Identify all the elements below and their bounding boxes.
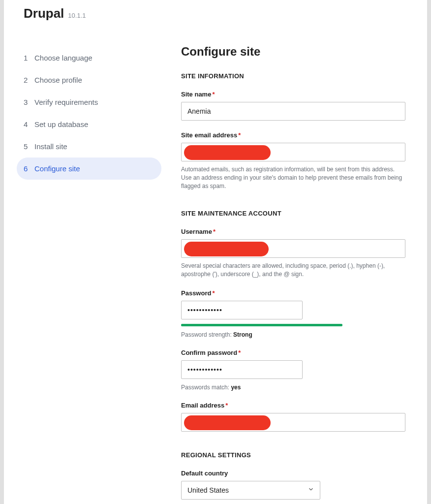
password-strength-bar bbox=[181, 324, 342, 326]
field-site-name: Site name* bbox=[181, 91, 405, 121]
required-mark: * bbox=[225, 402, 228, 409]
required-mark: * bbox=[238, 131, 241, 139]
site-name-label: Site name* bbox=[181, 91, 405, 98]
step-number: 3 bbox=[24, 98, 29, 106]
step-label: Verify requirements bbox=[34, 98, 98, 106]
step-install-site[interactable]: 5 Install site bbox=[17, 135, 161, 158]
main-content: Configure site SITE INFORMATION Site nam… bbox=[181, 45, 407, 504]
password-strength-text: Password strength: Strong bbox=[181, 331, 405, 338]
step-choose-language[interactable]: 1 Choose language bbox=[17, 47, 161, 69]
version-label: 10.1.1 bbox=[68, 12, 86, 19]
section-maintenance-account: SITE MAINTENANCE ACCOUNT bbox=[181, 210, 405, 217]
redacted-value bbox=[184, 145, 271, 160]
field-confirm-password: Confirm password* Passwords match: yes bbox=[181, 349, 405, 391]
step-verify-requirements[interactable]: 3 Verify requirements bbox=[17, 91, 161, 113]
step-sidebar: 1 Choose language 2 Choose profile 3 Ver… bbox=[24, 45, 161, 504]
username-help: Several special characters are allowed, … bbox=[181, 262, 405, 279]
site-name-input[interactable] bbox=[181, 102, 405, 121]
password-match-text: Passwords match: yes bbox=[181, 384, 405, 391]
page-title: Configure site bbox=[181, 45, 405, 59]
step-configure-site[interactable]: 6 Configure site bbox=[17, 158, 161, 180]
field-email-address: Email address* bbox=[181, 402, 405, 432]
step-number: 4 bbox=[24, 120, 29, 128]
default-country-select[interactable]: United States bbox=[181, 481, 320, 500]
field-site-email: Site email address* Automated emails, su… bbox=[181, 131, 405, 190]
redacted-value bbox=[184, 415, 271, 430]
redacted-value bbox=[184, 242, 269, 256]
required-mark: * bbox=[238, 349, 241, 356]
password-input[interactable] bbox=[181, 301, 303, 319]
username-label: Username* bbox=[181, 228, 405, 235]
confirm-password-label: Confirm password* bbox=[181, 349, 405, 356]
required-mark: * bbox=[212, 91, 215, 98]
step-choose-profile[interactable]: 2 Choose profile bbox=[17, 69, 161, 91]
site-email-help: Automated emails, such as registration i… bbox=[181, 165, 405, 190]
step-label: Set up database bbox=[34, 120, 88, 128]
brand-name: Drupal bbox=[24, 6, 64, 21]
step-number: 6 bbox=[24, 164, 29, 173]
step-set-up-database[interactable]: 4 Set up database bbox=[17, 113, 161, 135]
field-default-country: Default country United States bbox=[181, 470, 405, 500]
step-number: 5 bbox=[24, 142, 29, 151]
default-country-label: Default country bbox=[181, 470, 405, 477]
field-password: Password* Password strength: Strong bbox=[181, 289, 405, 338]
password-label: Password* bbox=[181, 289, 405, 297]
step-label: Choose language bbox=[34, 54, 92, 62]
site-email-label: Site email address* bbox=[181, 131, 405, 139]
step-number: 2 bbox=[24, 76, 29, 84]
step-label: Choose profile bbox=[34, 76, 82, 84]
header: Drupal 10.1.1 bbox=[24, 6, 407, 21]
field-username: Username* Several special characters are… bbox=[181, 228, 405, 279]
step-label: Install site bbox=[34, 142, 67, 151]
confirm-password-input[interactable] bbox=[181, 360, 303, 379]
step-label: Configure site bbox=[34, 164, 80, 173]
section-site-information: SITE INFORMATION bbox=[181, 72, 405, 80]
required-mark: * bbox=[212, 289, 215, 297]
email-address-label: Email address* bbox=[181, 402, 405, 409]
step-number: 1 bbox=[24, 54, 29, 62]
required-mark: * bbox=[213, 228, 216, 235]
section-regional-settings: REGIONAL SETTINGS bbox=[181, 451, 405, 459]
